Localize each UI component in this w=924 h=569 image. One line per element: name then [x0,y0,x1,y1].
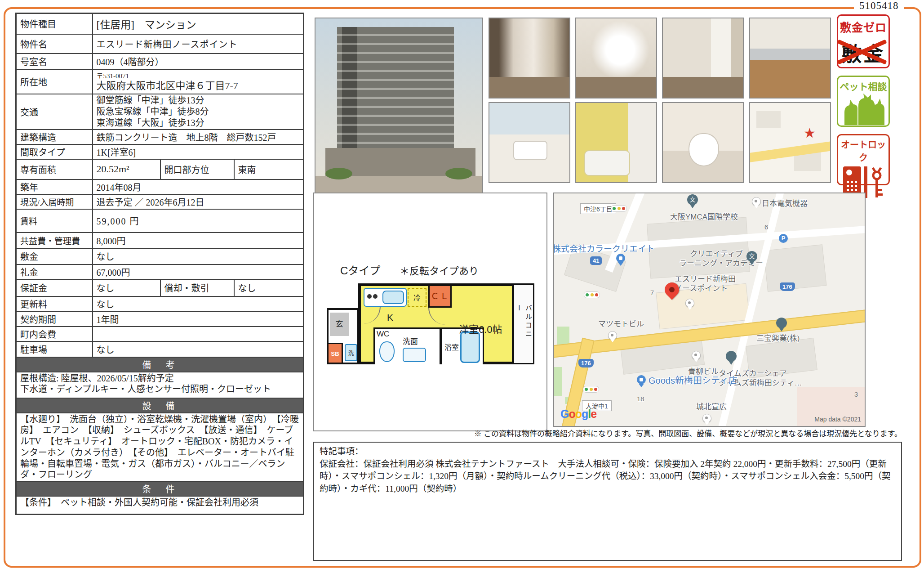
dogs-icon [841,93,886,126]
bush [445,168,472,179]
poi-pin-icon [776,318,787,328]
map-green-area [554,367,562,396]
value-guarantee: なし [93,279,160,296]
row-area: 専有面積 20.52m² 開口部方位 東南 [16,159,304,179]
row-parking: 駐車場 なし [16,341,304,357]
row-management-fee: 共益費・管理費 8,000円 [16,233,304,248]
photo-hallway [489,18,570,99]
poi-pin-icon [685,299,694,308]
balcony-label: バルコニー [514,305,533,344]
floorplan-type-label: Cタイプ [340,262,380,278]
intercom-keypad [846,180,858,192]
genkan-area: 玄 [330,313,349,336]
kitchen-sink [382,291,404,304]
photo-kitchen [749,18,831,99]
value-status: 退去予定 ／ 2026年6月12日 [93,194,304,209]
location-map: 中津6丁目 文 大阪YMCA国際学校 日本電気機器 6 P 株式会社カラークリエ… [553,193,866,427]
row-remarks: 屋根構造: 陸屋根、2026/05/15解約予定 下水道・ディンプルキー・人感セ… [16,372,304,398]
row-rent: 賃料 59,000 円 [16,209,304,233]
remarks-line: 下水道・ディンプルキー・人感センサー付照明・クローゼット [20,384,299,395]
block-number: 18 [637,395,644,403]
bath-label: 浴室 [444,341,459,352]
label-address: 所在地 [16,70,93,94]
row-equipment-header: 設 備 [16,398,304,413]
traffic-light-icon [584,291,600,298]
entry-wing: 玄 SB 洗 [327,308,359,364]
map-attribution: Map data ©2021 [814,416,861,423]
google-logo: Google [560,408,596,421]
closet-area: ＣＬ [428,286,452,308]
remarks-line: 屋根構造: 陸屋根、2026/05/15解約予定 [20,373,299,384]
value-opening-direction: 東南 [234,159,304,179]
photo-room [662,18,744,99]
store-pin-icon [616,254,625,263]
block-number: 6 [764,223,768,231]
row-contract-term: 契約期間 1年間 [16,312,304,327]
route-shield-41: 41 [590,256,602,265]
special-notes-body: 保証会社：保証会社利用必須 株式会社テナントファースト 大手法人相談可・保険：保… [320,459,891,493]
label-key-money: 礼金 [16,264,93,279]
label-amortization: 償却・敷引 [160,279,234,296]
row-property-type: 物件種目 [住居用] マンション [16,13,304,34]
photo-washbasin [489,102,570,183]
poi-pin-icon [608,331,617,340]
row-layout: 間取タイプ 1K[洋室6] [16,144,304,159]
value-amortization: なし [234,279,304,296]
label-room-number: 号室名 [16,54,93,70]
toilet-icon [379,341,395,362]
autolock-title: オートロック [838,138,888,164]
traffic-light-icon [583,386,599,393]
poi-label-johoku: 城北宣広 [696,402,727,412]
block-number: 3 [854,390,858,398]
access-line: 阪急宝塚線「中津」徒歩8分 [97,106,300,117]
map-star-marker: ★ [804,125,816,141]
burner-icon [367,294,372,299]
document-number: 5105418 [854,0,904,12]
value-contract-term: 1年間 [93,312,304,327]
building-balcony-column [342,27,357,149]
photo-bathroom [575,102,657,183]
postal-code: 〒531-0071 [97,72,300,80]
western-room-label: 洋室6.0帖 [459,321,502,336]
property-flyer-page: 5105418 物件種目 [住居用] マンション 物件名 エスリード新梅田ノース… [0,0,924,569]
label-rent: 賃料 [16,209,93,233]
traffic-light-icon [611,205,627,212]
label-property-name: 物件名 [16,34,93,54]
row-structure: 建築構造 鉄筋コンクリート造 地上8階 総戸数152戸 [16,130,304,144]
value-key-money: 67,000円 [93,264,304,279]
route-shield-176: 176 [578,359,594,367]
wc-room: WC 洗面 [373,327,441,364]
value-property-type: [住居用] マンション [93,13,304,34]
balcony-area: バルコニー [513,283,534,364]
label-property-type: 物件種目 [16,13,93,34]
row-key-money: 礼金 67,000円 [16,264,304,279]
row-address: 所在地 〒531-0071 大阪府大阪市北区中津６丁目7-7 [16,70,304,94]
fridge-space: 冷 [408,288,426,307]
row-conditions: 【条件】 ペット相談・外国人契約可能・保証会社利用必須 [16,496,304,514]
equipment-text: 【水廻り】 洗面台（独立）・浴室乾燥機・洗濯機置場（室内） 【冷暖房】 エアコン… [16,413,304,482]
wc-label: WC [377,330,389,339]
label-layout: 間取タイプ [16,144,93,159]
remarks-header: 備 考 [16,357,304,372]
burner-icon [373,294,378,299]
map-building [764,244,827,291]
row-built-year: 築年 2014年08月 [16,179,304,194]
address-text: 大阪府大阪市北区中津６丁目7-7 [97,80,300,92]
remarks-text: 屋根構造: 陸屋根、2026/05/15解約予定 下水道・ディンプルキー・人感セ… [16,372,304,398]
poi-label-esleed: エスリード新梅田 ノースポイント [675,274,736,294]
parking-icon: P [779,234,788,243]
sink-icon [403,348,426,362]
deposit-zero-title: 敷金ゼロ [838,18,888,35]
block-number: 6 [735,377,738,385]
property-table: 物件種目 [住居用] マンション 物件名 エスリード新梅田ノースポイント 号室名… [15,13,304,515]
badge-deposit-zero: 敷金ゼロ 敷金 [837,14,890,68]
value-renewal-fee: なし [93,296,304,312]
label-neighborhood-fee: 町内会費 [16,327,93,341]
door-arc [363,307,381,324]
photo-toilet [662,102,744,183]
disclaimer-text: ※ この資料は物件の概略紹介資料になります。写真、間取図面、設備、概要などが現況… [315,427,902,439]
poi-label-sanpo: 三宝興業(株) [756,334,800,343]
value-room-number: 0409（4階部分） [93,54,304,70]
intercom-camera [846,170,852,175]
toilet [689,133,719,166]
